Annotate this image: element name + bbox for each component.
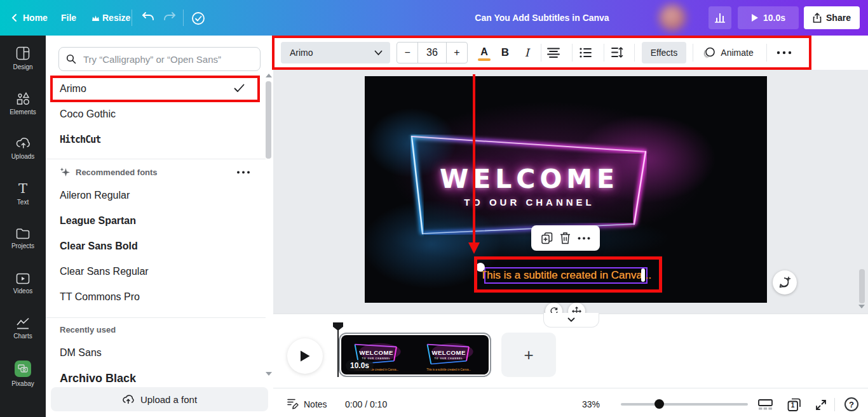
top-bar: Home File Resize Can You Add Subtitles i… xyxy=(0,0,868,36)
svg-text:WELCOME: WELCOME xyxy=(359,349,393,356)
notes-button[interactable]: Notes xyxy=(304,399,327,409)
sidebar-item-text[interactable]: T Text xyxy=(0,171,46,216)
add-comment-button[interactable] xyxy=(773,270,797,295)
chart-line-icon xyxy=(16,317,30,329)
design-icon xyxy=(16,46,30,60)
bullet-list-icon[interactable] xyxy=(580,47,592,58)
clip-thumbnails: WELCOME TO OUR CHANNEL This is a subtitl… xyxy=(341,335,489,374)
upload-cloud-icon xyxy=(122,394,134,405)
annotation-arrow xyxy=(473,74,475,242)
redo-icon[interactable] xyxy=(163,11,177,24)
resize-button[interactable]: Resize xyxy=(102,13,130,23)
divider xyxy=(572,44,573,62)
video-icon xyxy=(16,273,30,284)
play-duration-button[interactable]: 10.0s xyxy=(738,6,799,29)
back-chevron-icon[interactable] xyxy=(10,13,19,22)
fullscreen-icon[interactable] xyxy=(815,399,827,411)
help-button[interactable]: ? xyxy=(844,397,858,411)
sidebar-item-charts[interactable]: Charts xyxy=(0,306,46,351)
divider xyxy=(541,44,541,62)
timeline-play-button[interactable] xyxy=(287,338,323,374)
effects-button[interactable]: Effects xyxy=(642,42,686,63)
insights-button[interactable] xyxy=(709,6,731,29)
zoom-slider-knob[interactable] xyxy=(654,399,664,409)
duplicate-icon[interactable] xyxy=(541,232,553,244)
textbox-resize-handle[interactable] xyxy=(476,263,485,272)
canvas-scroll-down-arrow[interactable] xyxy=(858,305,865,308)
search-icon xyxy=(66,54,76,64)
text-align-icon[interactable] xyxy=(547,48,560,58)
collapse-timeline-tab[interactable] xyxy=(543,313,599,328)
sidebar-item-projects[interactable]: Projects xyxy=(0,216,46,261)
home-button[interactable]: Home xyxy=(23,13,48,23)
share-icon xyxy=(813,13,822,23)
toolbar-more-icon[interactable] xyxy=(776,51,792,55)
upload-cloud-icon xyxy=(16,136,31,150)
share-button[interactable]: Share xyxy=(804,6,860,29)
file-menu[interactable]: File xyxy=(61,13,76,23)
zoom-slider[interactable] xyxy=(621,403,748,406)
upload-font-button[interactable]: Upload a font xyxy=(51,387,268,411)
font-family-select[interactable]: Arimo xyxy=(281,42,390,63)
divider xyxy=(693,44,693,62)
design-title[interactable]: Can You Add Subtitles in Canva xyxy=(447,13,637,23)
sidebar-item-uploads[interactable]: Uploads xyxy=(0,126,46,171)
pixabay-icon xyxy=(15,361,31,377)
font-option-aileron[interactable]: Aileron Regular xyxy=(46,183,266,208)
sidebar-item-videos[interactable]: Videos xyxy=(0,261,46,306)
line-spacing-icon[interactable] xyxy=(611,47,623,58)
sidebar-item-pixabay[interactable]: Pixabay xyxy=(0,351,46,396)
font-option-clear-sans-bold[interactable]: Clear Sans Bold xyxy=(46,234,266,259)
sparkle-icon xyxy=(60,167,70,177)
bold-button[interactable]: B xyxy=(496,42,515,63)
panel-scrollbar[interactable] xyxy=(266,81,271,159)
font-option-arimo[interactable]: Arimo xyxy=(46,76,266,102)
chevron-down-icon xyxy=(374,50,383,56)
folder-icon xyxy=(16,227,30,239)
divider xyxy=(604,44,604,62)
notes-icon[interactable] xyxy=(287,398,299,409)
svg-text:WELCOME: WELCOME xyxy=(431,349,466,356)
cloud-saved-icon xyxy=(191,11,206,26)
clip-duration-badge: 10.0s xyxy=(346,360,374,371)
italic-button[interactable]: I xyxy=(517,42,536,63)
font-size-decrease[interactable]: − xyxy=(397,43,417,63)
font-option-hitchcut[interactable]: HitchCut xyxy=(46,127,266,152)
font-option-league-spartan[interactable]: League Spartan xyxy=(46,208,266,234)
font-size-value[interactable]: 36 xyxy=(417,43,446,63)
avatar[interactable] xyxy=(659,4,686,31)
channel-tagline: TO OUR CHANNEL xyxy=(365,197,694,208)
more-options-icon[interactable] xyxy=(236,171,250,174)
font-option-clear-sans-regular[interactable]: Clear Sans Regular xyxy=(46,259,266,284)
scroll-down-arrow[interactable] xyxy=(266,372,272,376)
sidebar: Design Elements Uploads T Text Projects … xyxy=(0,36,46,417)
subtitle-textbox[interactable]: This is a subtitle created in Canva... xyxy=(484,267,648,284)
divider xyxy=(766,44,767,62)
zoom-level: 33% xyxy=(582,399,600,409)
scroll-up-arrow[interactable] xyxy=(266,74,272,77)
svg-text:TO OUR CHANNEL: TO OUR CHANNEL xyxy=(435,357,463,360)
text-color-button[interactable]: A xyxy=(474,42,494,63)
font-size-increase[interactable]: + xyxy=(447,43,467,63)
delete-icon[interactable] xyxy=(560,232,571,244)
font-option-dm-sans[interactable]: DM Sans xyxy=(46,340,266,366)
element-toolbar xyxy=(531,225,600,251)
elements-icon xyxy=(16,91,30,105)
timeline-clip[interactable]: WELCOME TO OUR CHANNEL This is a subtitl… xyxy=(339,333,491,377)
pages-view-button[interactable]: 1 xyxy=(787,398,801,412)
undo-icon[interactable] xyxy=(141,11,155,24)
sidebar-item-design[interactable]: Design xyxy=(0,36,46,81)
grid-view-icon[interactable] xyxy=(758,399,773,410)
recently-used-header: Recently used xyxy=(60,325,116,334)
divider xyxy=(46,317,266,318)
comment-add-icon xyxy=(778,276,791,289)
crown-icon xyxy=(92,15,100,22)
font-option-coco-gothic[interactable]: Coco Gothic xyxy=(46,102,266,127)
font-search-input[interactable] xyxy=(58,47,261,71)
animate-button[interactable]: Animate xyxy=(699,42,757,63)
font-option-tt-commons[interactable]: TT Commons Pro xyxy=(46,284,266,310)
canvas-scrollbar[interactable] xyxy=(859,269,865,303)
add-page-button[interactable]: + xyxy=(501,333,556,377)
element-more-icon[interactable] xyxy=(578,237,590,240)
sidebar-item-elements[interactable]: Elements xyxy=(0,81,46,126)
